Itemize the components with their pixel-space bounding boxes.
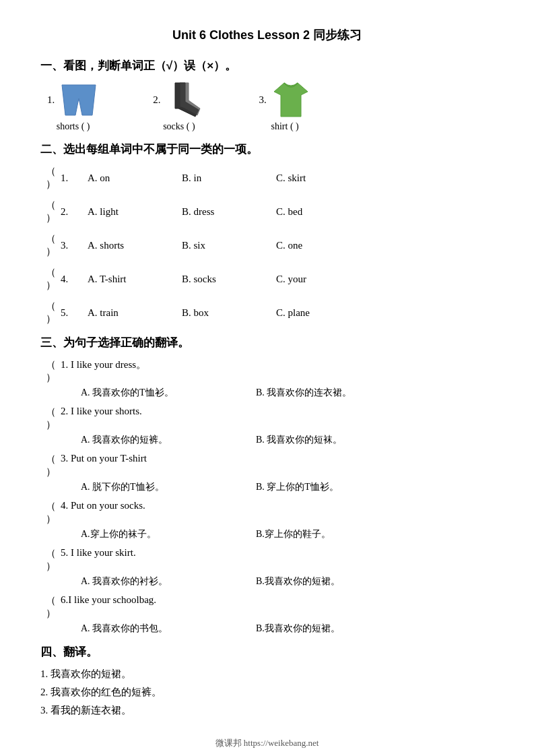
section1-item-2: 2. socks ( ): [153, 82, 205, 132]
trans-item-2: （ ） 2. I like your shorts. A. 我喜欢你的短裤。 B…: [40, 406, 494, 446]
shirt-icon: [271, 82, 311, 119]
trans-answers-3: A. 脱下你的T恤衫。 B. 穿上你的T恤衫。: [81, 481, 494, 493]
trans-item-4: （ ） 4. Put on your socks. A.穿上你的袜子。 B.穿上…: [40, 500, 494, 540]
section3-heading: 三、为句子选择正确的翻译。: [40, 335, 494, 350]
trans-paren-5: （ ）: [40, 547, 61, 573]
section1-images: 1. shorts ( ) 2. socks ( ): [47, 82, 494, 132]
mc-b-1: B. in: [182, 172, 276, 184]
section1-item-3: 3. shirt ( ): [259, 82, 311, 132]
mc-num-1: 1.: [61, 172, 88, 184]
trans-question-3: 3. Put on your T-shirt: [61, 453, 147, 464]
mc-c-3: C. one: [276, 240, 357, 251]
item3-num: 3.: [259, 94, 267, 106]
trans-ans-a-2: A. 我喜欢你的短裤。: [81, 434, 229, 446]
mc-row-1: （ ） 1. A. on B. in C. skirt: [40, 165, 494, 191]
section4-rows: 1. 我喜欢你的短裙。2. 我喜欢你的红色的短裤。3. 看我的新连衣裙。: [40, 668, 494, 717]
trans-question-6: 6.I like your schoolbag.: [61, 594, 156, 606]
mc-b-5: B. box: [182, 307, 276, 319]
mc-a-2: A. light: [88, 206, 182, 218]
mc-b-2: B. dress: [182, 206, 276, 218]
translate-item-2: 2. 我喜欢你的红色的短裤。: [40, 686, 494, 699]
trans-answers-2: A. 我喜欢你的短裤。 B. 我喜欢你的短袜。: [81, 434, 494, 446]
item2-num: 2.: [153, 94, 160, 106]
trans-ans-b-4: B.穿上你的鞋子。: [256, 528, 331, 540]
shorts-icon: [59, 82, 99, 119]
trans-ans-a-5: A. 我喜欢你的衬衫。: [81, 575, 229, 588]
section4-heading: 四、翻译。: [40, 644, 494, 660]
mc-paren-4: （ ）: [40, 266, 61, 292]
trans-item-5: （ ） 5. I like your skirt. A. 我喜欢你的衬衫。 B.…: [40, 547, 494, 588]
mc-a-5: A. train: [88, 307, 182, 319]
mc-c-1: C. skirt: [276, 172, 357, 184]
trans-paren-4: （ ）: [40, 500, 61, 526]
mc-paren-1: （ ）: [40, 165, 61, 191]
trans-item-3: （ ） 3. Put on your T-shirt A. 脱下你的T恤衫。 B…: [40, 453, 494, 493]
mc-paren-2: （ ）: [40, 199, 61, 224]
mc-row-3: （ ） 3. A. shorts B. six C. one: [40, 232, 494, 258]
trans-q-1: （ ） 1. I like your dress。: [40, 358, 494, 384]
section1-item-1: 1. shorts ( ): [47, 82, 99, 132]
mc-b-4: B. socks: [182, 274, 276, 285]
section1-heading: 一、看图，判断单词正（√）误（×）。: [40, 58, 494, 73]
trans-question-1: 1. I like your dress。: [61, 358, 146, 371]
trans-answers-1: A. 我喜欢你的T恤衫。 B. 我喜欢你的连衣裙。: [81, 387, 494, 399]
item1-label: shorts ( ): [57, 121, 90, 132]
trans-ans-b-1: B. 我喜欢你的连衣裙。: [256, 387, 352, 399]
section3-rows: （ ） 1. I like your dress。 A. 我喜欢你的T恤衫。 B…: [40, 358, 494, 635]
mc-row-2: （ ） 2. A. light B. dress C. bed: [40, 199, 494, 224]
trans-ans-b-6: B.我喜欢你的短裙。: [256, 623, 340, 635]
item3-label: shirt ( ): [271, 121, 299, 132]
section2-rows: （ ） 1. A. on B. in C. skirt （ ） 2. A. li…: [40, 165, 494, 325]
trans-ans-a-4: A.穿上你的袜子。: [81, 528, 229, 540]
trans-ans-b-3: B. 穿上你的T恤衫。: [256, 481, 339, 493]
trans-paren-3: （ ）: [40, 453, 61, 478]
mc-row-5: （ ） 5. A. train B. box C. plane: [40, 300, 494, 325]
section4: 四、翻译。 1. 我喜欢你的短裙。2. 我喜欢你的红色的短裤。3. 看我的新连衣…: [40, 644, 494, 717]
trans-question-4: 4. Put on your socks.: [61, 500, 145, 511]
mc-num-2: 2.: [61, 206, 88, 218]
mc-b-3: B. six: [182, 240, 276, 251]
trans-ans-a-3: A. 脱下你的T恤衫。: [81, 481, 229, 493]
trans-ans-b-5: B.我喜欢你的短裙。: [256, 575, 340, 588]
mc-num-5: 5.: [61, 307, 88, 319]
trans-paren-2: （ ）: [40, 406, 61, 431]
page-title: Unit 6 Clothes Lesson 2 同步练习: [40, 27, 494, 43]
trans-q-3: （ ） 3. Put on your T-shirt: [40, 453, 494, 478]
mc-c-2: C. bed: [276, 206, 357, 218]
trans-answers-5: A. 我喜欢你的衬衫。 B.我喜欢你的短裙。: [81, 575, 494, 588]
footer: 微课邦 https://weikebang.net: [40, 737, 494, 749]
mc-paren-3: （ ）: [40, 232, 61, 258]
trans-item-6: （ ） 6.I like your schoolbag. A. 我喜欢你的书包。…: [40, 594, 494, 635]
mc-paren-5: （ ）: [40, 300, 61, 325]
section2: 二、选出每组单词中不属于同一类的一项。 （ ） 1. A. on B. in C…: [40, 141, 494, 325]
item2-label: socks ( ): [163, 121, 195, 132]
translate-item-1: 1. 我喜欢你的短裙。: [40, 668, 494, 681]
mc-c-4: C. your: [276, 274, 357, 285]
trans-ans-a-6: A. 我喜欢你的书包。: [81, 623, 229, 635]
trans-answers-6: A. 我喜欢你的书包。 B.我喜欢你的短裙。: [81, 623, 494, 635]
trans-q-6: （ ） 6.I like your schoolbag.: [40, 594, 494, 620]
mc-a-1: A. on: [88, 172, 182, 184]
trans-answers-4: A.穿上你的袜子。 B.穿上你的鞋子。: [81, 528, 494, 540]
trans-question-2: 2. I like your shorts.: [61, 406, 142, 417]
trans-ans-a-1: A. 我喜欢你的T恤衫。: [81, 387, 229, 399]
translate-item-3: 3. 看我的新连衣裙。: [40, 704, 494, 717]
item1-num: 1.: [47, 94, 55, 106]
trans-item-1: （ ） 1. I like your dress。 A. 我喜欢你的T恤衫。 B…: [40, 358, 494, 399]
mc-c-5: C. plane: [276, 307, 357, 319]
trans-q-2: （ ） 2. I like your shorts.: [40, 406, 494, 431]
trans-q-5: （ ） 5. I like your skirt.: [40, 547, 494, 573]
mc-a-4: A. T-shirt: [88, 274, 182, 285]
trans-ans-b-2: B. 我喜欢你的短袜。: [256, 434, 342, 446]
trans-question-5: 5. I like your skirt.: [61, 547, 136, 559]
mc-num-3: 3.: [61, 240, 88, 251]
mc-num-4: 4.: [61, 274, 88, 285]
mc-a-3: A. shorts: [88, 240, 182, 251]
section2-heading: 二、选出每组单词中不属于同一类的一项。: [40, 141, 494, 157]
trans-paren-1: （ ）: [40, 358, 61, 384]
section1: 一、看图，判断单词正（√）误（×）。 1. shorts ( ) 2.: [40, 58, 494, 132]
socks-icon: [165, 82, 205, 119]
section3: 三、为句子选择正确的翻译。 （ ） 1. I like your dress。 …: [40, 335, 494, 635]
trans-paren-6: （ ）: [40, 594, 61, 620]
trans-q-4: （ ） 4. Put on your socks.: [40, 500, 494, 526]
